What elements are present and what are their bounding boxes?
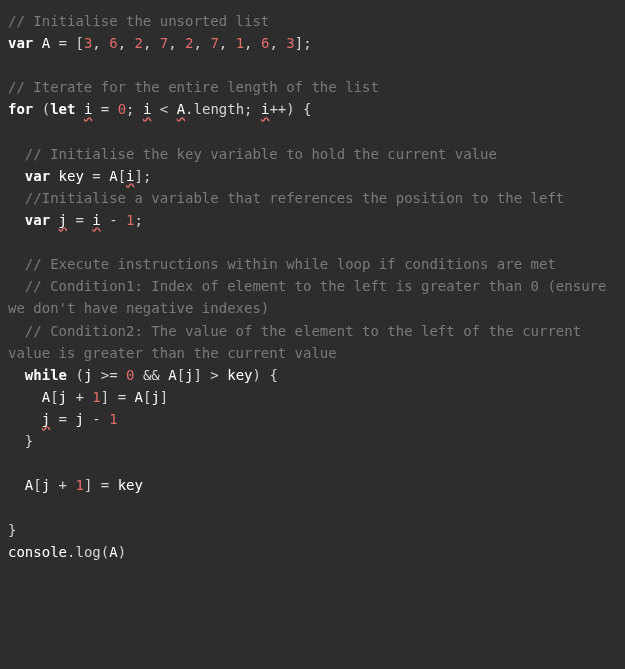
punct: . [185,101,193,117]
punct: ) { [253,367,278,383]
punct: = [92,477,117,493]
operator: + [50,477,75,493]
bracket: [ [50,389,58,405]
identifier: A [109,168,117,184]
method: log [75,544,100,560]
identifier: j [42,411,50,427]
punct: ( [101,544,109,560]
identifier: i [126,168,134,184]
brace: } [8,522,16,538]
number: 1 [236,35,244,51]
identifier: key [118,477,143,493]
keyword-var: var [8,35,33,51]
identifier: key [227,367,252,383]
number: 7 [210,35,218,51]
keyword-var: var [25,168,50,184]
comment: // Condition1: Index of element to the l… [8,278,615,316]
identifier: j [185,367,193,383]
comment: // Iterate for the entire length of the … [8,79,379,95]
identifier: i [92,212,100,228]
number: 2 [185,35,193,51]
number: 1 [92,389,100,405]
identifier: console [8,544,67,560]
identifier: j [75,411,83,427]
operator: > [202,367,227,383]
comment: // Initialise the unsorted list [8,13,269,29]
operator: - [101,212,126,228]
bracket: ]; [135,168,152,184]
number: 1 [75,477,83,493]
operator: ++ [269,101,286,117]
punct: = [84,168,109,184]
identifier: A [177,101,185,117]
comment: //Initialise a variable that references … [25,190,564,206]
brace: } [25,433,33,449]
punct: = [50,411,75,427]
number: 6 [261,35,269,51]
comment: // Initialise the key variable to hold t… [25,146,497,162]
bracket: ] [160,389,168,405]
identifier: A [168,367,176,383]
keyword-var: var [25,212,50,228]
punct: = [67,212,92,228]
number: 6 [109,35,117,51]
number: 0 [118,101,126,117]
comment: // Execute instructions within while loo… [25,256,556,272]
bracket: [ [118,168,126,184]
identifier: A [42,35,50,51]
bracket: ] [101,389,109,405]
number: 1 [126,212,134,228]
punct: = [109,389,134,405]
identifier: j [59,389,67,405]
number: 7 [160,35,168,51]
number: 3 [84,35,92,51]
punct: ) [118,544,126,560]
number: 2 [134,35,142,51]
punct: = [ [50,35,84,51]
identifier: A [109,544,117,560]
identifier: key [59,168,84,184]
code-block: // Initialise the unsorted list var A = … [0,0,625,573]
number: 3 [286,35,294,51]
identifier: j [59,212,67,228]
bracket: [ [177,367,185,383]
identifier: j [42,477,50,493]
bracket: ] [194,367,202,383]
keyword-let: let [50,101,75,117]
punct: ; [244,101,261,117]
punct: ; [135,212,143,228]
number: 1 [109,411,117,427]
keyword-for: for [8,101,33,117]
keyword-while: while [25,367,67,383]
identifier: A [42,389,50,405]
punct: ( [33,101,50,117]
identifier: j [151,389,159,405]
punct: ; [126,101,143,117]
identifier: A [135,389,143,405]
comment: // Condition2: The value of the element … [8,323,590,361]
punct: ( [67,367,84,383]
property: length [194,101,245,117]
punct: = [92,101,117,117]
bracket: [ [33,477,41,493]
operator: >= [92,367,126,383]
punct: ) { [286,101,311,117]
punct: ]; [295,35,312,51]
operator: - [84,411,109,427]
operator: && [134,367,168,383]
operator: + [67,389,92,405]
operator: < [151,101,176,117]
